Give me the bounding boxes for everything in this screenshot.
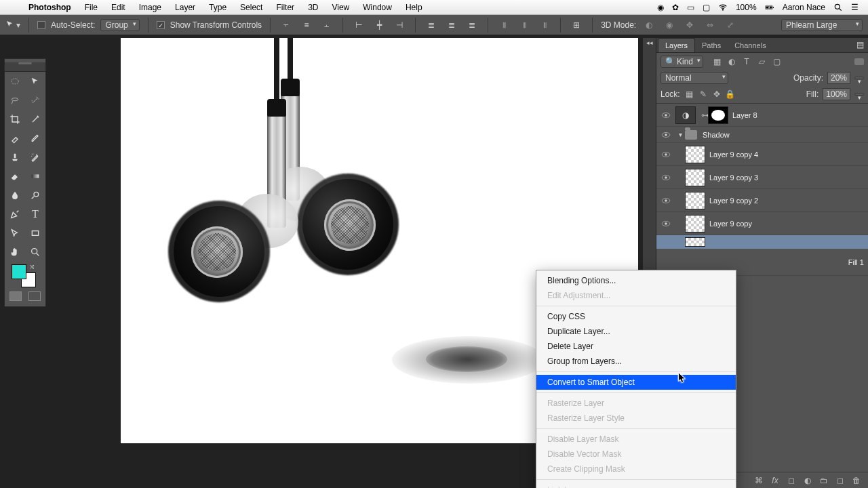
auto-select-checkbox[interactable] [37,21,45,29]
menu-type[interactable]: Type [202,3,233,12]
context-menu-item[interactable]: Copy CSS [536,309,736,324]
distribute-bottom-icon[interactable]: ≣ [465,18,479,33]
tab-layers[interactable]: Layers [658,38,695,52]
path-select-tool-icon[interactable] [5,224,25,243]
shape-tool-icon[interactable] [25,224,45,243]
distribute-vcenter-icon[interactable]: ≣ [444,18,459,33]
filter-adjust-icon[interactable]: ◐ [726,56,737,67]
blend-mode-dropdown[interactable]: Normal [660,72,728,84]
layer-thumb[interactable] [685,215,705,232]
delete-layer-icon[interactable]: 🗑 [852,476,861,485]
menu-select[interactable]: Select [233,3,269,12]
3d-pan-icon[interactable]: ✥ [682,18,697,33]
menu-layer[interactable]: Layer [168,3,202,12]
filter-kind-dropdown[interactable]: 🔍Kind [660,56,703,68]
blur-tool-icon[interactable] [5,186,25,205]
swap-colors-icon[interactable]: ⤭ [29,263,35,270]
wifi-icon[interactable] [714,3,732,12]
context-menu-item[interactable]: Delete Layer [536,339,736,354]
lock-pixels-icon[interactable]: ✎ [698,89,709,100]
layer-row[interactable] [656,235,868,249]
distribute-right-icon[interactable]: ⫴ [537,18,552,33]
brush-tool-icon[interactable] [25,129,45,148]
context-menu-item[interactable]: Group from Layers... [536,354,736,369]
menu-help[interactable]: Help [399,3,429,12]
type-tool-icon[interactable]: T [25,205,45,224]
visibility-toggle[interactable] [656,111,675,119]
battery-icon[interactable] [761,3,778,12]
layer-thumb[interactable] [685,237,705,247]
workspace-dropdown[interactable]: Phlearn Large [781,19,863,31]
layer-thumb[interactable] [685,169,705,186]
quickmask-mode-icon[interactable] [28,291,41,301]
healing-brush-tool-icon[interactable] [5,129,25,148]
marquee-tool-icon[interactable] [5,72,25,91]
adjustment-thumb[interactable]: ◑ [675,106,696,124]
visibility-toggle[interactable] [656,220,675,228]
align-bottom-icon[interactable]: ⫠ [319,18,334,33]
layer-name[interactable]: Shadow [703,131,730,139]
3d-roll-icon[interactable]: ◉ [662,18,677,33]
user-name[interactable]: Aaron Nace [778,3,829,12]
lock-position-icon[interactable]: ✥ [711,89,722,100]
display-icon[interactable]: ▭ [683,3,698,12]
new-layer-icon[interactable]: ◻ [835,476,845,485]
layer-name[interactable]: Fill 1 [848,258,864,266]
airplay-icon[interactable]: ▢ [698,3,714,12]
layer-name[interactable]: Layer 8 [732,111,757,119]
color-swatches[interactable]: ⤭ [5,262,45,289]
visibility-toggle[interactable] [656,197,675,205]
pen-tool-icon[interactable] [5,205,25,224]
menu-window[interactable]: Window [356,3,399,12]
align-right-icon[interactable]: ⊣ [392,18,407,33]
move-tool-icon[interactable] [25,72,45,91]
group-disclosure-icon[interactable]: ▾ [675,131,685,138]
layer-name[interactable]: Layer 9 copy [709,220,752,228]
zoom-tool-icon[interactable] [25,243,45,262]
eyedropper-tool-icon[interactable] [25,110,45,129]
new-group-icon[interactable]: 🗀 [819,476,829,485]
eraser-tool-icon[interactable] [5,167,25,186]
3d-slide-icon[interactable]: ⇔ [703,18,717,33]
evernote-icon[interactable]: ✿ [668,3,683,12]
notification-center-icon[interactable]: ☰ [847,3,863,12]
layer-group-row[interactable]: ▾ Shadow [656,127,868,143]
dodge-tool-icon[interactable] [25,186,45,205]
panel-menu-icon[interactable]: ▤ [852,37,868,52]
layer-name[interactable]: Layer 9 copy 2 [709,197,758,205]
distribute-left-icon[interactable]: ⫴ [496,18,511,33]
cc-status-icon[interactable]: ◉ [653,3,668,12]
menu-view[interactable]: View [325,3,356,12]
magic-wand-tool-icon[interactable] [25,91,45,110]
add-mask-icon[interactable]: ◻ [787,476,796,485]
visibility-toggle[interactable] [656,131,675,139]
layer-thumb[interactable] [685,146,705,163]
filter-smart-icon[interactable]: ▢ [771,56,782,67]
lock-all-icon[interactable]: 🔒 [725,89,736,100]
visibility-toggle[interactable] [656,174,675,182]
distribute-top-icon[interactable]: ≣ [424,18,439,33]
layer-name[interactable]: Layer 9 copy 4 [709,150,758,159]
filter-type-icon[interactable]: T [741,56,752,67]
hand-tool-icon[interactable] [5,243,25,262]
distribute-hcenter-icon[interactable]: ⫴ [517,18,532,33]
layer-style-icon[interactable]: fx [770,476,780,485]
app-name[interactable]: Photoshop [22,3,78,12]
show-transform-checkbox[interactable] [157,21,165,29]
gradient-tool-icon[interactable] [25,167,45,186]
fill-flyout[interactable] [854,93,864,96]
filter-shape-icon[interactable]: ▱ [756,56,767,67]
3d-scale-icon[interactable]: ⤢ [723,18,738,33]
menu-3d[interactable]: 3D [301,3,325,12]
menu-image[interactable]: Image [132,3,168,12]
tools-panel-header[interactable] [5,62,45,72]
layer-row[interactable]: Layer 9 copy 3 [656,166,868,189]
align-left-icon[interactable]: ⊢ [351,18,366,33]
opacity-flyout[interactable] [854,77,864,79]
filter-pixel-icon[interactable]: ▦ [711,56,722,67]
menu-filter[interactable]: Filter [269,3,301,12]
fill-input[interactable]: 100% [823,88,850,100]
history-brush-tool-icon[interactable] [25,148,45,167]
lock-transparency-icon[interactable]: ▦ [684,89,695,100]
mask-thumb[interactable] [708,106,728,124]
